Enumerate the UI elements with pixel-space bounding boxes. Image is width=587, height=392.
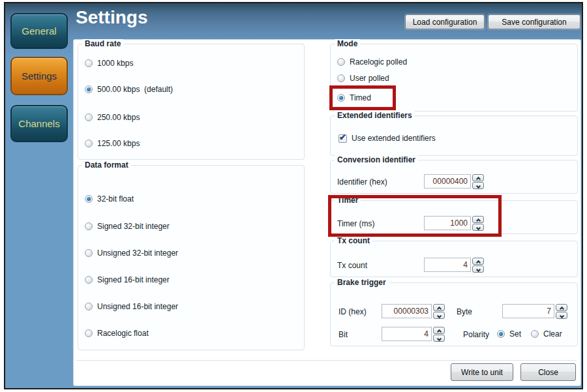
- spin-up-button[interactable]: [556, 304, 567, 311]
- radio-baud-125[interactable]: 125.00 kbps: [85, 138, 140, 149]
- radio-label: User polled: [350, 74, 389, 83]
- sidebar-item-channels[interactable]: Channels: [10, 105, 68, 142]
- radio-baud-250[interactable]: 250.00 kbps: [85, 112, 140, 123]
- radio-signed-16bit[interactable]: Signed 16-bit integer: [85, 275, 170, 285]
- save-configuration-button[interactable]: Save configuration: [488, 14, 580, 29]
- close-button[interactable]: Close: [520, 363, 576, 381]
- spin-up-button[interactable]: [433, 304, 445, 311]
- radio-label: 1000 kbps: [97, 59, 133, 68]
- group-title: Brake trigger: [335, 278, 389, 288]
- spin-down-button[interactable]: [556, 312, 567, 319]
- radio-icon: [85, 222, 93, 230]
- sidebar-item-settings[interactable]: Settings: [10, 57, 68, 95]
- radio-racelogic-polled[interactable]: Racelogic polled: [337, 57, 407, 67]
- radio-icon: [85, 59, 93, 67]
- group-title: Data format: [82, 160, 131, 170]
- extended-identifiers-group: Extended identifiers ✔ Use extended iden…: [330, 115, 578, 156]
- byte-label: Byte: [457, 307, 472, 316]
- conversion-identifier-group: Conversion identifier Identifier (hex): [330, 160, 578, 194]
- radio-label: Racelogic float: [97, 329, 149, 338]
- id-spinner: [433, 304, 445, 319]
- group-title: Conversion identifier: [335, 155, 418, 165]
- identifier-hex-input[interactable]: [424, 174, 471, 188]
- radio-icon: [85, 113, 93, 121]
- radio-label: 250.00 kbps: [97, 113, 140, 122]
- identifier-spinner: [472, 174, 484, 189]
- group-title: Tx count: [335, 236, 372, 246]
- spin-down-button[interactable]: [472, 265, 484, 273]
- checkbox-label: Use extended identifiers: [352, 134, 436, 143]
- radio-polarity-clear[interactable]: Clear: [531, 329, 562, 339]
- tx-count-label: Tx count: [337, 261, 367, 270]
- radio-label: Signed 16-bit integer: [97, 275, 170, 284]
- radio-label: Clear: [543, 329, 562, 339]
- radio-icon: [531, 330, 539, 338]
- identifier-hex-label: Identifier (hex): [337, 177, 387, 187]
- chevron-up-icon: [436, 306, 441, 310]
- spin-up-button[interactable]: [472, 258, 484, 265]
- tx-count-input[interactable]: [424, 258, 471, 272]
- radio-unsigned-32bit[interactable]: Unsigned 32-bit integer: [85, 248, 178, 258]
- radio-polarity-set[interactable]: Set: [497, 329, 521, 339]
- radio-icon: [85, 303, 93, 310]
- id-hex-label: ID (hex): [339, 307, 367, 316]
- sidebar-item-general[interactable]: General: [10, 13, 68, 49]
- chevron-down-icon: [436, 313, 441, 318]
- byte-input[interactable]: [502, 304, 554, 318]
- radio-label: 32-bit float: [97, 194, 134, 204]
- spin-down-button[interactable]: [433, 335, 445, 342]
- radio-icon: [337, 74, 345, 82]
- content-panel: Baud rate 1000 kbps 500.00 kbps (default…: [73, 39, 581, 386]
- tx-count-spinner: [472, 258, 484, 273]
- page-title: Settings: [76, 7, 147, 28]
- radio-selected-icon: [85, 85, 93, 93]
- radio-icon: [85, 329, 93, 337]
- spin-down-button[interactable]: [433, 312, 445, 319]
- radio-label: Unsigned 16-bit integer: [97, 302, 178, 311]
- timed-highlight-annotation: [329, 85, 396, 110]
- check-icon: ✔: [339, 132, 346, 142]
- radio-label: 125.00 kbps: [97, 139, 140, 148]
- radio-baud-1000[interactable]: 1000 kbps: [85, 58, 133, 68]
- chevron-up-icon: [475, 176, 480, 181]
- polarity-label: Polarity: [463, 330, 489, 339]
- radio-user-polled[interactable]: User polled: [337, 73, 389, 83]
- radio-label: 500.00 kbps (default): [97, 85, 173, 94]
- group-title: Mode: [335, 39, 360, 49]
- chevron-up-icon: [559, 306, 564, 310]
- write-to-unit-button[interactable]: Write to unit: [451, 363, 513, 381]
- group-title: Extended identifiers: [335, 111, 415, 121]
- radio-signed-32bit[interactable]: Signed 32-bit integer: [85, 221, 170, 232]
- data-format-group: Data format 32-bit float Signed 32-bit i…: [78, 165, 305, 350]
- radio-label: Set: [509, 329, 521, 339]
- spin-down-button[interactable]: [472, 182, 484, 189]
- radio-label: Signed 32-bit integer: [97, 222, 170, 231]
- chevron-up-icon: [436, 329, 441, 333]
- spin-up-button[interactable]: [472, 174, 484, 181]
- radio-unsigned-16bit[interactable]: Unsigned 16-bit integer: [85, 301, 178, 312]
- radio-icon: [337, 58, 345, 66]
- bit-label: Bit: [339, 330, 348, 339]
- radio-selected-icon: [85, 195, 93, 203]
- load-configuration-button[interactable]: Load configuration: [405, 14, 485, 29]
- chevron-down-icon: [559, 313, 564, 318]
- bit-input[interactable]: [382, 327, 432, 341]
- brake-trigger-group: Brake trigger ID (hex) Byte Bit Polarity: [330, 282, 578, 346]
- timer-group-highlight-annotation: [328, 195, 502, 237]
- chevron-down-icon: [475, 183, 480, 188]
- use-extended-identifiers-checkbox[interactable]: ✔ Use extended identifiers: [339, 133, 436, 143]
- radio-icon: [85, 276, 93, 284]
- radio-racelogic-float[interactable]: Racelogic float: [85, 328, 149, 339]
- radio-label: Unsigned 32-bit integer: [97, 249, 178, 258]
- tx-count-group: Tx count Tx count: [330, 241, 578, 277]
- id-hex-input[interactable]: [382, 304, 432, 318]
- bit-spinner: [433, 327, 445, 342]
- chevron-up-icon: [475, 260, 480, 264]
- radio-baud-500[interactable]: 500.00 kbps (default): [85, 84, 173, 95]
- radio-label: Racelogic polled: [350, 57, 407, 67]
- radio-32bit-float[interactable]: 32-bit float: [85, 194, 134, 204]
- spin-up-button[interactable]: [433, 327, 445, 334]
- baud-rate-group: Baud rate 1000 kbps 500.00 kbps (default…: [78, 44, 305, 160]
- checkbox-checked-icon: ✔: [339, 134, 347, 143]
- group-title: Baud rate: [82, 39, 123, 49]
